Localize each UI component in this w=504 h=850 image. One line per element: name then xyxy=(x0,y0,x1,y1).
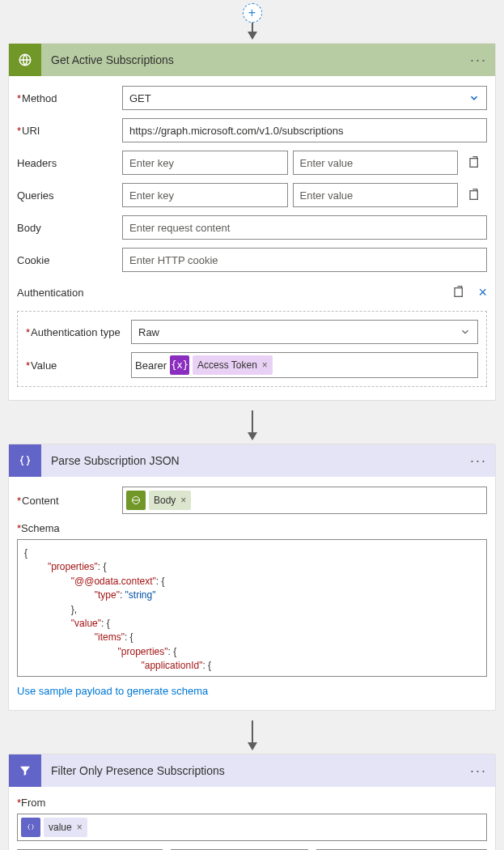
chevron-down-icon xyxy=(460,326,471,338)
method-select[interactable]: GET xyxy=(122,86,487,110)
http-body-icon xyxy=(126,491,146,510)
arrow-down-icon xyxy=(248,742,257,750)
step1-header[interactable]: Get Active Subscriptions ··· xyxy=(9,44,495,76)
step-filter-presence-subscriptions: Filter Only Presence Subscriptions ··· *… xyxy=(8,754,496,850)
step-get-active-subscriptions: Get Active Subscriptions ··· *Method GET… xyxy=(8,43,496,401)
remove-token-icon[interactable]: × xyxy=(262,359,268,371)
queries-edit-icon[interactable] xyxy=(463,183,487,207)
headers-label: Headers xyxy=(17,157,57,169)
content-label: Content xyxy=(22,495,59,507)
json-value-icon xyxy=(21,818,40,837)
http-action-icon xyxy=(9,44,41,76)
schema-label: Schema xyxy=(21,522,60,534)
svg-rect-2 xyxy=(470,191,477,200)
auth-type-label: Authentication type xyxy=(31,326,121,338)
step-parse-subscription-json: Parse Subscription JSON ··· *Content Bod… xyxy=(8,444,496,711)
body-input[interactable]: Enter request content xyxy=(122,215,487,240)
connector xyxy=(0,717,504,754)
parse-json-icon xyxy=(9,444,41,477)
plus-icon: + xyxy=(248,6,256,20)
method-label: Method xyxy=(22,92,57,104)
bearer-text: Bearer xyxy=(135,359,167,372)
auth-label: Authentication xyxy=(17,287,83,299)
chevron-down-icon xyxy=(468,92,480,104)
step3-menu-icon[interactable]: ··· xyxy=(470,763,487,780)
schema-textarea[interactable]: { "properties": { "@@odata.context": { "… xyxy=(17,539,487,677)
step3-header[interactable]: Filter Only Presence Subscriptions ··· xyxy=(9,754,495,787)
uri-input[interactable]: https://graph.microsoft.com/v1.0/subscri… xyxy=(122,118,487,142)
auth-type-value: Raw xyxy=(138,326,159,338)
remove-value-icon[interactable]: × xyxy=(77,822,83,833)
body-pill[interactable]: Body × xyxy=(149,491,191,510)
method-value: GET xyxy=(129,92,151,104)
add-step-button[interactable]: + xyxy=(243,3,262,23)
sample-payload-link[interactable]: Use sample payload to generate schema xyxy=(17,685,208,697)
queries-key-input[interactable]: Enter key xyxy=(122,183,288,207)
variable-icon: {x} xyxy=(170,355,189,375)
from-label: From xyxy=(21,797,45,809)
headers-edit-icon[interactable] xyxy=(463,151,487,175)
cookie-label: Cookie xyxy=(17,254,49,266)
auth-value-input[interactable]: Bearer {x} Access Token × xyxy=(131,352,478,378)
headers-key-input[interactable]: Enter key xyxy=(122,151,288,175)
connector-add: + xyxy=(0,0,504,43)
svg-rect-1 xyxy=(470,159,477,168)
body-label: Body xyxy=(17,222,41,234)
arrow-down-icon xyxy=(248,432,257,440)
queries-value-input[interactable]: Enter value xyxy=(293,183,459,207)
from-input[interactable]: value × xyxy=(17,814,487,841)
step2-header[interactable]: Parse Subscription JSON ··· xyxy=(9,444,495,477)
content-input[interactable]: Body × xyxy=(122,487,487,514)
remove-body-icon[interactable]: × xyxy=(180,495,186,506)
headers-value-input[interactable]: Enter value xyxy=(293,151,459,175)
auth-clear-icon[interactable]: × xyxy=(478,284,487,301)
arrow-down-icon xyxy=(248,32,257,40)
step2-menu-icon[interactable]: ··· xyxy=(470,453,487,470)
cookie-input[interactable]: Enter HTTP cookie xyxy=(122,248,487,272)
step1-menu-icon[interactable]: ··· xyxy=(470,52,487,69)
auth-edit-icon[interactable] xyxy=(447,280,472,304)
step3-title: Filter Only Presence Subscriptions xyxy=(41,764,470,777)
step2-title: Parse Subscription JSON xyxy=(41,454,470,467)
auth-value-label: Value xyxy=(31,359,57,372)
access-token-pill[interactable]: Access Token × xyxy=(193,355,273,375)
connector xyxy=(0,407,504,444)
uri-label: URI xyxy=(22,125,40,137)
queries-label: Queries xyxy=(17,189,54,202)
step1-title: Get Active Subscriptions xyxy=(41,53,470,66)
auth-box: *Authentication type Raw *Value Bearer {… xyxy=(17,311,487,387)
filter-array-icon xyxy=(9,754,41,787)
auth-type-select[interactable]: Raw xyxy=(131,320,478,344)
svg-rect-3 xyxy=(455,288,462,297)
value-pill[interactable]: value × xyxy=(44,818,87,837)
